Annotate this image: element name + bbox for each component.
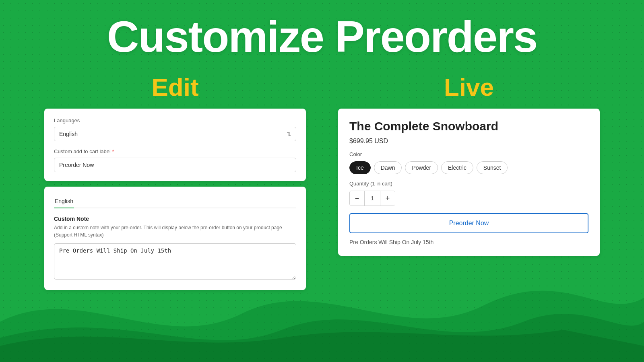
quantity-label: Quantity (1 in cart): [349, 181, 588, 187]
qty-minus-button[interactable]: −: [350, 191, 364, 206]
panels-container: Edit Languages English French Spanish Ge…: [0, 73, 644, 296]
live-panel: Live The Complete Snowboard $699.95 USD …: [338, 73, 600, 256]
preorder-now-button[interactable]: Preorder Now: [349, 213, 588, 233]
color-btn-ice[interactable]: Ice: [349, 161, 371, 174]
product-title: The Complete Snowboard: [349, 119, 588, 134]
page-content: Customize Preorders Edit Languages Engli…: [0, 0, 644, 362]
color-options: Ice Dawn Powder Electric Sunset: [349, 161, 588, 174]
qty-plus-button[interactable]: +: [380, 191, 395, 206]
color-btn-dawn[interactable]: Dawn: [374, 161, 402, 174]
color-btn-electric[interactable]: Electric: [441, 161, 473, 174]
tab-row: English: [54, 195, 296, 208]
color-btn-sunset[interactable]: Sunset: [477, 161, 508, 174]
custom-label-input[interactable]: [54, 158, 296, 172]
color-btn-powder[interactable]: Powder: [405, 161, 438, 174]
quantity-control: − 1 +: [349, 191, 395, 206]
edit-heading: Edit: [151, 73, 198, 101]
edit-card-2: English Custom Note Add in a custom note…: [44, 187, 306, 290]
custom-label-field-label: Custom add to cart label *: [54, 148, 296, 154]
live-card: The Complete Snowboard $699.95 USD Color…: [338, 109, 600, 256]
language-select-wrapper: English French Spanish German: [54, 127, 296, 141]
languages-label: Languages: [54, 117, 296, 123]
qty-value: 1: [364, 191, 380, 206]
page-title: Customize Preorders: [107, 12, 537, 61]
tab-english[interactable]: English: [54, 195, 74, 208]
live-heading: Live: [444, 73, 494, 101]
language-select[interactable]: English French Spanish German: [54, 127, 296, 141]
preorder-note: Pre Orders Will Ship On July 15th: [349, 239, 588, 245]
edit-panel: Edit Languages English French Spanish Ge…: [44, 73, 306, 296]
product-price: $699.95 USD: [349, 138, 588, 145]
custom-note-title: Custom Note: [54, 216, 296, 222]
required-marker: *: [111, 148, 114, 154]
edit-card-1: Languages English French Spanish German …: [44, 109, 306, 181]
custom-note-textarea[interactable]: Pre Orders Will Ship On July 15th: [54, 243, 296, 280]
custom-note-desc: Add in a custom note with your pre-order…: [54, 224, 296, 239]
color-label: Color: [349, 151, 588, 157]
